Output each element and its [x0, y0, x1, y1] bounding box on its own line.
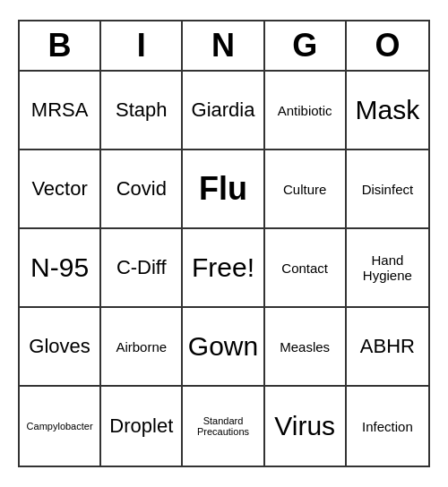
bingo-cell: N-95	[20, 229, 101, 308]
header-letter: O	[347, 21, 428, 70]
bingo-cell: Standard Precautions	[183, 387, 264, 466]
bingo-cell: Culture	[265, 150, 347, 229]
bingo-cell: Disinfect	[347, 150, 428, 229]
bingo-cell: Vector	[20, 150, 101, 229]
header-letter: I	[101, 21, 183, 70]
bingo-cell: Measles	[265, 308, 347, 387]
bingo-cell: Airborne	[101, 308, 183, 387]
bingo-grid: MRSAStaphGiardiaAntibioticMaskVectorCovi…	[20, 72, 428, 466]
bingo-cell: Hand Hygiene	[347, 229, 428, 308]
bingo-cell: Giardia	[183, 72, 264, 150]
bingo-cell: C-Diff	[101, 229, 183, 308]
bingo-cell: Infection	[347, 387, 428, 466]
header-letter: B	[20, 21, 101, 70]
bingo-cell: Gown	[183, 308, 264, 387]
bingo-card: BINGO MRSAStaphGiardiaAntibioticMaskVect…	[18, 20, 430, 467]
bingo-cell: Gloves	[20, 308, 101, 387]
bingo-cell: Free!	[183, 229, 264, 308]
bingo-cell: Mask	[347, 72, 428, 150]
bingo-cell: Covid	[101, 150, 183, 229]
header-letter: G	[265, 21, 347, 70]
bingo-cell: Virus	[265, 387, 347, 466]
bingo-cell: MRSA	[20, 72, 101, 150]
bingo-cell: Staph	[101, 72, 183, 150]
bingo-cell: ABHR	[347, 308, 428, 387]
bingo-header: BINGO	[20, 21, 428, 72]
bingo-cell: Droplet	[101, 387, 183, 466]
bingo-cell: Contact	[265, 229, 347, 308]
bingo-cell: Flu	[183, 150, 264, 229]
bingo-cell: Campylobacter	[20, 387, 101, 466]
bingo-cell: Antibiotic	[265, 72, 347, 150]
header-letter: N	[183, 21, 264, 70]
